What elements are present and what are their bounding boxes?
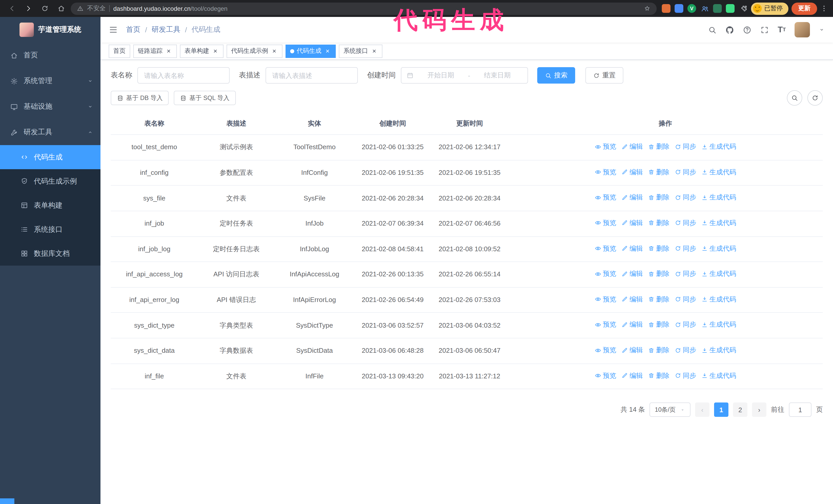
row-action-generate[interactable]: 生成代码: [701, 217, 736, 229]
row-action-delete[interactable]: 删除: [648, 319, 669, 331]
user-avatar[interactable]: [794, 22, 810, 38]
row-action-sync[interactable]: 同步: [674, 166, 696, 178]
extension-teal-icon[interactable]: [713, 4, 722, 13]
fullscreen-button[interactable]: [760, 25, 769, 34]
row-action-generate[interactable]: 生成代码: [701, 268, 736, 280]
sidebar-item-codegen[interactable]: 代码生成: [0, 145, 100, 169]
browser-home-button[interactable]: [54, 2, 68, 15]
row-action-delete[interactable]: 删除: [648, 243, 669, 254]
extension-green-v-icon[interactable]: V: [687, 4, 696, 13]
tab-codegen-example[interactable]: 代码生成示例×: [227, 44, 282, 58]
page-size-select[interactable]: 10条/页: [650, 403, 690, 417]
tab-codegen[interactable]: 代码生成×: [286, 44, 336, 58]
row-action-sync[interactable]: 同步: [674, 319, 696, 331]
reset-button[interactable]: 重置: [586, 67, 623, 83]
browser-reload-button[interactable]: [38, 2, 51, 15]
create-time-range-picker[interactable]: 开始日期 - 结束日期: [401, 67, 528, 83]
row-action-edit[interactable]: 编辑: [621, 294, 643, 305]
row-action-edit[interactable]: 编辑: [621, 370, 643, 381]
row-action-sync[interactable]: 同步: [674, 294, 696, 305]
sidebar-item-system[interactable]: 系统管理: [0, 68, 100, 94]
page-button-1[interactable]: 1: [714, 403, 729, 417]
row-action-sync[interactable]: 同步: [674, 243, 696, 254]
tab-tracer[interactable]: 链路追踪×: [133, 44, 177, 58]
tab-system-api[interactable]: 系统接口×: [339, 44, 382, 58]
row-action-sync[interactable]: 同步: [674, 370, 696, 381]
row-action-delete[interactable]: 删除: [648, 344, 669, 356]
row-action-generate[interactable]: 生成代码: [701, 192, 736, 203]
row-action-delete[interactable]: 删除: [648, 217, 669, 229]
table-desc-input[interactable]: [265, 67, 358, 83]
row-action-generate[interactable]: 生成代码: [701, 370, 736, 381]
extension-orange-icon[interactable]: [662, 4, 670, 13]
app-logo[interactable]: 芋道管理系统: [0, 17, 100, 43]
row-action-edit[interactable]: 编辑: [621, 319, 643, 331]
help-docs-button[interactable]: [743, 25, 752, 34]
row-action-delete[interactable]: 删除: [648, 370, 669, 381]
refresh-table-button[interactable]: [807, 90, 823, 105]
row-action-preview[interactable]: 预览: [595, 319, 616, 331]
extension-lime-icon[interactable]: [726, 4, 735, 13]
tab-form-build[interactable]: 表单构建×: [180, 44, 223, 58]
search-button[interactable]: 搜索: [537, 67, 575, 83]
row-action-delete[interactable]: 删除: [648, 294, 669, 305]
row-action-sync[interactable]: 同步: [674, 217, 696, 229]
breadcrumb-item[interactable]: 研发工具: [152, 25, 181, 34]
row-action-edit[interactable]: 编辑: [621, 192, 643, 203]
row-action-generate[interactable]: 生成代码: [701, 166, 736, 178]
page-button-2[interactable]: 2: [733, 403, 747, 417]
import-sql-button[interactable]: 基于 SQL 导入: [174, 91, 236, 105]
row-action-sync[interactable]: 同步: [674, 192, 696, 203]
sidebar-item-db-doc[interactable]: 数据库文档: [0, 241, 100, 266]
sidebar-item-home[interactable]: 首页: [0, 43, 100, 68]
profile-chip[interactable]: 已暂停: [751, 2, 788, 15]
row-action-generate[interactable]: 生成代码: [701, 141, 736, 152]
table-name-input[interactable]: [137, 67, 230, 83]
extension-people-icon[interactable]: [700, 4, 709, 13]
row-action-preview[interactable]: 预览: [595, 243, 616, 254]
sidebar-toggle-button[interactable]: [109, 25, 118, 34]
prev-page-button[interactable]: ‹: [695, 403, 710, 417]
toggle-search-button[interactable]: [787, 90, 802, 105]
browser-forward-button[interactable]: [22, 2, 35, 15]
row-action-delete[interactable]: 删除: [648, 166, 669, 178]
tab-home[interactable]: 首页: [109, 44, 130, 58]
row-action-preview[interactable]: 预览: [595, 217, 616, 229]
row-action-preview[interactable]: 预览: [595, 370, 616, 381]
user-menu-caret-icon[interactable]: [819, 27, 825, 33]
row-action-sync[interactable]: 同步: [674, 344, 696, 356]
row-action-sync[interactable]: 同步: [674, 268, 696, 280]
tab-close-icon[interactable]: ×: [212, 47, 219, 55]
row-action-preview[interactable]: 预览: [595, 192, 616, 203]
row-action-generate[interactable]: 生成代码: [701, 243, 736, 254]
row-action-generate[interactable]: 生成代码: [701, 319, 736, 331]
tab-close-icon[interactable]: ×: [165, 47, 172, 55]
goto-page-input[interactable]: [789, 403, 811, 417]
row-action-delete[interactable]: 删除: [648, 141, 669, 152]
row-action-preview[interactable]: 预览: [595, 294, 616, 305]
sidebar-item-codegen-example[interactable]: 代码生成示例: [0, 169, 100, 193]
next-page-button[interactable]: ›: [752, 403, 766, 417]
chrome-menu-icon[interactable]: [820, 5, 828, 12]
extension-blue-icon[interactable]: [674, 4, 683, 13]
tab-close-icon[interactable]: ×: [371, 47, 378, 55]
tab-close-icon[interactable]: ×: [271, 47, 278, 55]
row-action-sync[interactable]: 同步: [674, 141, 696, 152]
row-action-edit[interactable]: 编辑: [621, 268, 643, 280]
row-action-preview[interactable]: 预览: [595, 268, 616, 280]
row-action-edit[interactable]: 编辑: [621, 243, 643, 254]
sidebar-item-system-api[interactable]: 系统接口: [0, 217, 100, 241]
row-action-edit[interactable]: 编辑: [621, 141, 643, 152]
row-action-delete[interactable]: 删除: [648, 192, 669, 203]
tab-close-icon[interactable]: ×: [324, 47, 331, 55]
row-action-preview[interactable]: 预览: [595, 166, 616, 178]
row-action-preview[interactable]: 预览: [595, 344, 616, 356]
header-search-button[interactable]: [708, 25, 717, 34]
chrome-update-button[interactable]: 更新: [791, 2, 817, 15]
font-size-button[interactable]: TT: [778, 26, 786, 34]
row-action-delete[interactable]: 删除: [648, 268, 669, 280]
row-action-edit[interactable]: 编辑: [621, 344, 643, 356]
import-db-button[interactable]: 基于 DB 导入: [111, 91, 169, 105]
row-action-edit[interactable]: 编辑: [621, 166, 643, 178]
browser-back-button[interactable]: [5, 2, 19, 15]
